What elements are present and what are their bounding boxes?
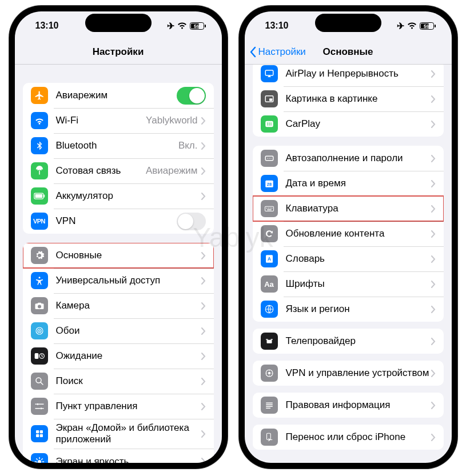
chevron-right-icon (201, 167, 206, 175)
autofill-icon (261, 150, 278, 167)
svg-point-33 (267, 125, 268, 126)
toggle-switch[interactable] (177, 213, 206, 230)
settings-row-fonts[interactable]: AaШрифты (253, 271, 444, 297)
row-label: Wi-Fi (56, 115, 146, 126)
general-content[interactable]: AirPlay и НепрерывностьКартинка в картин… (245, 65, 452, 463)
settings-row-gear[interactable]: Основные (23, 243, 214, 268)
chevron-right-icon (201, 193, 206, 200)
svg-rect-5 (35, 194, 42, 198)
nav-bar: Настройки Основные (245, 40, 452, 65)
battery-icon: 59 (190, 22, 206, 30)
vpn-device-icon (261, 365, 278, 382)
vpn-icon: VPN (31, 213, 48, 230)
svg-rect-17 (39, 430, 42, 433)
brightness-icon (31, 453, 48, 463)
back-label: Настройки (258, 46, 306, 58)
bluetooth-icon (31, 137, 48, 154)
chevron-right-icon (431, 121, 436, 128)
svg-rect-43 (266, 208, 267, 209)
settings-row-airplane[interactable]: Авиарежим (23, 83, 214, 108)
row-label: Универсальный доступ (56, 275, 201, 286)
svg-rect-26 (265, 70, 273, 75)
row-label: VPN (56, 215, 177, 227)
settings-row-language[interactable]: Язык и регион (253, 297, 444, 322)
phone-left: 13:10 ✈︎ 59 Настройки АвиарежимWi-FiYabl… (9, 6, 228, 469)
toggle-switch[interactable] (177, 87, 206, 105)
svg-rect-44 (268, 208, 269, 209)
settings-row-wallpaper[interactable]: Обои (23, 318, 214, 343)
settings-group: Телепровайдер (253, 329, 444, 354)
dynamic-island (315, 14, 381, 32)
svg-rect-6 (43, 195, 45, 198)
row-label: AirPlay и Непрерывность (286, 68, 431, 79)
settings-row-control[interactable]: Пункт управления (23, 394, 214, 419)
svg-rect-51 (266, 340, 272, 343)
row-label: Основные (56, 250, 201, 261)
svg-text:59: 59 (423, 23, 429, 29)
settings-row-autofill[interactable]: Автозаполнение и пароли (253, 146, 444, 171)
settings-row-pip[interactable]: Картинка в картинке (253, 86, 444, 111)
row-label: CarPlay (286, 118, 431, 130)
chevron-right-icon (201, 403, 206, 410)
carplay-icon (261, 115, 278, 133)
wifi-icon (407, 22, 417, 29)
settings-content[interactable]: АвиарежимWi-FiYablykworldBluetoothВкл.Со… (15, 65, 222, 463)
nav-bar: Настройки (15, 40, 222, 65)
control-icon (31, 398, 48, 415)
svg-rect-16 (36, 430, 39, 433)
row-label: Камера (56, 300, 201, 311)
row-label: Bluetooth (56, 140, 178, 151)
svg-rect-29 (265, 121, 273, 127)
settings-row-brightness[interactable]: Экран и яркость (23, 449, 214, 463)
chevron-right-icon (431, 70, 436, 78)
settings-row-camera[interactable]: Камера (23, 293, 214, 318)
settings-row-battery[interactable]: Аккумулятор (23, 183, 214, 209)
svg-rect-45 (269, 208, 270, 209)
settings-row-legal[interactable]: Правовая информация (253, 393, 444, 418)
settings-row-home[interactable]: Экран «Домой» и библиотека приложений (23, 419, 214, 449)
settings-row-standby[interactable]: Ожидание (23, 343, 214, 369)
row-label: Экран и яркость (56, 456, 201, 463)
chevron-right-icon (201, 142, 206, 150)
settings-row-keyboard[interactable]: Клавиатура (253, 196, 444, 221)
settings-row-cellular[interactable]: Сотовая связьАвиарежим (23, 158, 214, 183)
chevron-right-icon (201, 458, 206, 463)
language-icon (261, 301, 278, 318)
settings-row-dictionary[interactable]: AСловарь (253, 246, 444, 271)
svg-text:28: 28 (266, 182, 271, 187)
svg-rect-53 (270, 339, 273, 340)
settings-row-vpn[interactable]: VPNVPN (23, 209, 214, 234)
svg-point-32 (270, 123, 272, 124)
search-icon (31, 373, 48, 390)
transfer-icon (261, 429, 278, 446)
settings-row-bluetooth[interactable]: BluetoothВкл. (23, 133, 214, 158)
svg-point-39 (270, 158, 272, 159)
row-value: Авиарежим (146, 165, 198, 177)
svg-text:59: 59 (193, 23, 199, 29)
gear-icon (31, 247, 48, 264)
settings-row-airplay[interactable]: AirPlay и Непрерывность (253, 65, 444, 86)
svg-rect-28 (269, 98, 272, 101)
settings-row-datetime[interactable]: 28Дата и время (253, 171, 444, 196)
row-label: Телепровайдер (286, 335, 431, 347)
svg-text:A: A (268, 257, 271, 262)
svg-rect-52 (266, 339, 268, 340)
settings-row-carplay[interactable]: CarPlay (253, 111, 444, 137)
settings-row-refresh[interactable]: Обновление контента (253, 221, 444, 246)
settings-row-tv[interactable]: Телепровайдер (253, 329, 444, 354)
refresh-icon (261, 225, 278, 242)
settings-row-transfer[interactable]: Перенос или сброс iPhone (253, 425, 444, 450)
row-label: Словарь (286, 253, 431, 265)
chevron-right-icon (431, 402, 436, 409)
settings-row-vpn-device[interactable]: VPN и управление устройством (253, 361, 444, 386)
settings-row-wifi[interactable]: Wi-FiYablykworld (23, 108, 214, 133)
standby-icon (31, 347, 48, 365)
fonts-icon: Aa (261, 275, 278, 293)
settings-row-accessibility[interactable]: Универсальный доступ (23, 268, 214, 293)
settings-row-search[interactable]: Поиск (23, 369, 214, 394)
row-label: Дата и время (286, 178, 431, 189)
back-button[interactable]: Настройки (249, 46, 306, 58)
row-label: Картинка в картинке (286, 93, 431, 105)
chevron-right-icon (201, 378, 206, 385)
svg-rect-2 (205, 25, 206, 27)
